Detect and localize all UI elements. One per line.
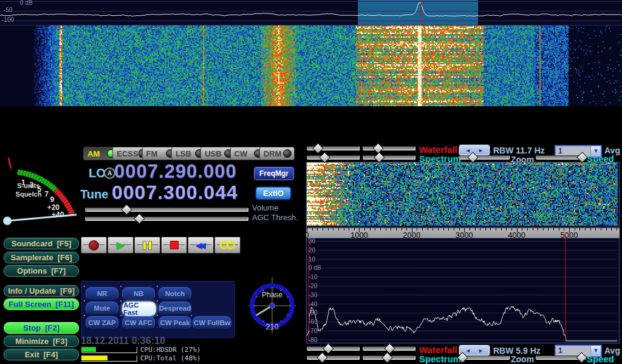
lo-frequency-value[interactable]: 0007.290.000 bbox=[114, 161, 237, 183]
left-button-minimize[interactable]: Minimize[F3] bbox=[4, 335, 79, 347]
mode-button-drm[interactable]: DRM bbox=[259, 147, 295, 160]
audio-waterfall-display[interactable] bbox=[306, 162, 620, 228]
dsp-button-despread[interactable]: Despread bbox=[159, 302, 191, 315]
left-arrow-icon[interactable]: ◄ bbox=[465, 147, 471, 153]
top-spectrum-gain-slider[interactable] bbox=[307, 155, 359, 160]
play-button[interactable]: ▶ bbox=[108, 237, 134, 254]
cpu-label: CPU:HDSDR (27%) bbox=[140, 346, 200, 354]
top-waterfall-brightness-slider[interactable] bbox=[363, 146, 415, 151]
rewind-button[interactable]: ◀◀ bbox=[188, 237, 214, 254]
slider-thumb[interactable] bbox=[121, 204, 132, 215]
scale-tick bbox=[375, 228, 375, 231]
slider-thumb[interactable] bbox=[134, 213, 145, 224]
slider-thumb[interactable] bbox=[316, 352, 327, 363]
top-zoom-slider[interactable] bbox=[459, 155, 509, 160]
top-spectrum-offset-slider[interactable] bbox=[363, 155, 415, 160]
top-rbw-label: RBW 11.7 Hz bbox=[493, 146, 545, 155]
slider-thumb[interactable] bbox=[319, 152, 330, 163]
bottom-waterfall-contrast-slider[interactable] bbox=[307, 346, 359, 351]
dsp-button-cw-zap[interactable]: CW ZAP bbox=[86, 316, 118, 329]
scale-tick bbox=[422, 228, 423, 231]
left-button-full-screen[interactable]: Full Screen[F11] bbox=[4, 298, 79, 310]
dsp-indicator-dot bbox=[120, 315, 121, 316]
smeter-scale-label: +40 bbox=[52, 211, 64, 219]
audio-db-label: -70 bbox=[309, 328, 317, 334]
audio-db-label: -20 bbox=[309, 283, 317, 289]
left-button-options[interactable]: Options[F7] bbox=[4, 265, 79, 277]
left-arrow-icon[interactable]: ◄ bbox=[465, 348, 471, 354]
dsp-button-nb[interactable]: NB bbox=[122, 287, 155, 300]
rf-db-label-100: -100 bbox=[2, 16, 14, 23]
scale-tick bbox=[396, 228, 397, 231]
button-fkey: [F6] bbox=[58, 253, 72, 262]
bottom-spectrum-offset-slider[interactable] bbox=[363, 355, 415, 360]
freqmgr-button[interactable]: FreqMgr bbox=[254, 167, 294, 180]
left-button-stop[interactable]: Stop[F2] bbox=[4, 322, 79, 334]
dsp-button-cw-fullbw[interactable]: CW FullBw bbox=[193, 316, 231, 329]
scale-tick bbox=[317, 228, 318, 231]
dsp-button-notch[interactable]: Notch bbox=[159, 287, 191, 300]
audio-db-label: -30 bbox=[309, 292, 317, 298]
lo-label: LO bbox=[89, 166, 106, 180]
scale-tick bbox=[417, 228, 417, 231]
s-meter[interactable]: 13579+20+40S-unitsSquelch bbox=[1, 146, 78, 241]
audio-spectrum-display[interactable]: 3020100 dB-10-20-30-40-50-60-70-80 bbox=[306, 238, 620, 343]
mode-label: LSB bbox=[176, 149, 191, 158]
left-button-info-update[interactable]: Info / Update[F9] bbox=[4, 285, 79, 297]
rf-spectrum-display[interactable]: 0 dB -50 -100 bbox=[0, 0, 622, 25]
button-label: Minimize bbox=[15, 337, 49, 346]
dsp-indicator-dot bbox=[84, 286, 85, 287]
stop-button[interactable] bbox=[161, 237, 187, 254]
pause-button[interactable] bbox=[134, 237, 160, 254]
scale-tick bbox=[585, 228, 586, 231]
phase-dial[interactable]: Phase210 bbox=[247, 275, 298, 335]
slider-track bbox=[307, 155, 359, 159]
slider-thumb[interactable] bbox=[323, 343, 333, 354]
scale-tick bbox=[333, 228, 333, 231]
dsp-indicator-dot bbox=[157, 315, 158, 316]
slider-thumb[interactable] bbox=[374, 152, 384, 163]
scale-tick bbox=[344, 228, 344, 231]
bottom-zoom-slider[interactable] bbox=[459, 355, 509, 360]
tune-label: Tune bbox=[80, 187, 108, 201]
button-label: Soundcard bbox=[12, 239, 53, 248]
volume-slider[interactable] bbox=[85, 207, 248, 212]
scale-tick bbox=[496, 228, 496, 231]
button-label: Info / Update bbox=[8, 286, 56, 295]
smeter-needle-hub bbox=[3, 217, 12, 225]
bottom-spectrum-gain-slider[interactable] bbox=[307, 355, 359, 360]
smeter-caption: Squelch bbox=[16, 190, 42, 198]
bottom-zoom-label: Zoom bbox=[511, 354, 534, 364]
scale-tick bbox=[312, 228, 313, 231]
left-button-soundcard[interactable]: Soundcard[F5] bbox=[4, 238, 79, 249]
top-speed-slider[interactable] bbox=[536, 155, 586, 160]
right-arrow-icon[interactable]: ► bbox=[478, 348, 484, 354]
smeter-peak-marker bbox=[9, 158, 11, 169]
scale-tick bbox=[485, 228, 486, 231]
volume-label: Volume bbox=[252, 203, 278, 212]
bottom-speed-slider[interactable] bbox=[536, 355, 586, 360]
tune-frequency-value[interactable]: 0007.300.044 bbox=[112, 181, 238, 204]
dsp-button-cw-peak[interactable]: CW Peak bbox=[159, 316, 191, 329]
top-waterfall-contrast-slider[interactable] bbox=[307, 146, 359, 151]
left-button-exit[interactable]: Exit[F4] bbox=[4, 349, 79, 360]
loop-button[interactable] bbox=[214, 237, 241, 254]
dsp-button-nr[interactable]: NR bbox=[86, 287, 118, 300]
agc-thresh-slider[interactable] bbox=[85, 216, 248, 221]
dsp-button-mute[interactable]: Mute bbox=[86, 302, 118, 315]
cpu-bar-track bbox=[81, 346, 137, 352]
record-button[interactable] bbox=[81, 237, 107, 254]
bottom-waterfall-brightness-slider[interactable] bbox=[363, 346, 415, 351]
slider-thumb[interactable] bbox=[381, 352, 392, 363]
dsp-button-agc-fast[interactable]: AGC Fast bbox=[122, 302, 156, 316]
slider-thumb[interactable] bbox=[312, 143, 323, 153]
audio-db-label: 20 bbox=[309, 247, 315, 254]
button-label: Samplerate bbox=[11, 253, 53, 262]
right-arrow-icon[interactable]: ► bbox=[478, 147, 484, 153]
dsp-button-cw-afc[interactable]: CW AFC bbox=[122, 316, 155, 329]
extio-button[interactable]: ExtIO bbox=[255, 186, 292, 200]
cpu-bar-track bbox=[81, 355, 137, 361]
left-button-samplerate[interactable]: Samplerate[F6] bbox=[4, 252, 79, 263]
cpu-label: CPU:Total (48%) bbox=[140, 354, 200, 362]
scale-tick bbox=[611, 228, 612, 231]
